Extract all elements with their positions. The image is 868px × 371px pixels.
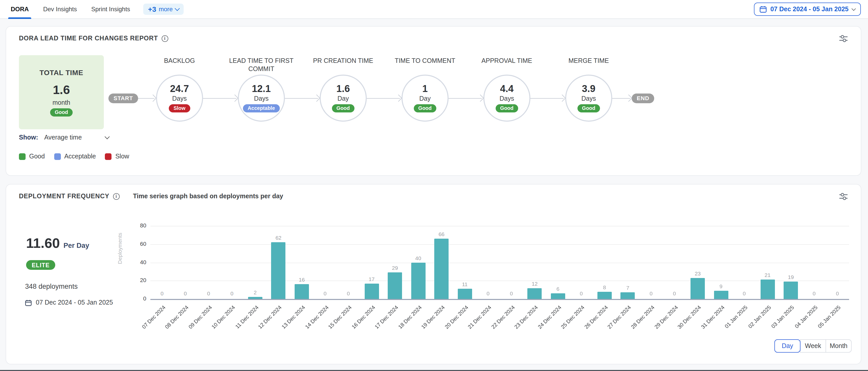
stage-circle: 4.4DaysGood <box>483 75 530 122</box>
deployment-bar <box>271 242 286 299</box>
stage-name: PR CREATION TIME <box>300 57 387 65</box>
deployment-bar <box>597 292 612 299</box>
bar-value-label: 8 <box>593 284 616 290</box>
stage-circle: 3.9DaysGood <box>565 75 612 122</box>
stage-name: MERGE TIME <box>545 57 632 65</box>
deployments-bar-chart: 020406080Deployments007 Dec 2024008 Dec … <box>6 184 861 364</box>
granularity-day-button[interactable]: Day <box>774 339 801 352</box>
bar-value-label: 0 <box>314 290 336 296</box>
bar-value-label: 21 <box>756 272 779 278</box>
granularity-month-button[interactable]: Month <box>826 339 851 352</box>
deployment-bar <box>294 284 309 299</box>
flow-arrow-icon <box>530 95 565 101</box>
total-time-rating-badge: Good <box>50 108 73 116</box>
gridline <box>150 244 849 245</box>
stage-circle: 1DayGood <box>402 75 448 122</box>
y-axis-tick: 40 <box>124 259 146 265</box>
bar-value-label: 2 <box>244 290 267 296</box>
deployment-bar <box>248 297 262 299</box>
stage-value: 3.9 <box>582 84 595 95</box>
tab-sprint-insights[interactable]: Sprint Insights <box>90 0 131 19</box>
tab-dora[interactable]: DORA <box>10 0 30 19</box>
legend-label: Slow <box>115 153 129 160</box>
date-range-value: 07 Dec 2024 - 05 Jan 2025 <box>770 6 848 13</box>
bar-value-label: 0 <box>174 290 197 296</box>
bar-value-label: 7 <box>617 285 639 291</box>
bar-value-label: 0 <box>663 290 686 296</box>
stage-rating-badge: Good <box>332 104 354 112</box>
stage-unit: Day <box>419 95 430 102</box>
granularity-toggle: DayWeekMonth <box>774 339 851 352</box>
gridline <box>150 281 849 281</box>
stage-value: 1 <box>422 84 428 95</box>
stage-circle: 24.7DaysSlow <box>156 75 203 122</box>
stage-name: TIME TO COMMENT <box>381 57 468 65</box>
gridline <box>150 226 849 226</box>
chevron-down-icon <box>851 6 856 11</box>
deployment-bar <box>458 289 472 299</box>
bar-value-label: 0 <box>570 290 593 296</box>
more-count: +3 <box>148 7 156 12</box>
gridline <box>150 262 849 263</box>
lead-time-pipeline: STARTBACKLOG24.7DaysSlowLEAD TIME TO FIR… <box>108 75 654 122</box>
flow-arrow-icon <box>138 95 156 101</box>
y-axis-tick: 0 <box>124 295 146 302</box>
bar-value-label: 17 <box>360 276 383 282</box>
deployment-bar <box>365 283 379 299</box>
calendar-icon <box>760 6 767 13</box>
stage-circle: 12.1DaysAcceptable <box>238 75 285 122</box>
show-label: Show: <box>19 134 38 141</box>
deployment-bar <box>388 272 402 299</box>
bar-value-label: 23 <box>686 270 709 276</box>
lead-time-title-text: DORA LEAD TIME FOR CHANGES REPORT <box>19 35 158 42</box>
bar-value-label: 12 <box>524 280 546 286</box>
stage-rating-badge: Good <box>578 104 600 112</box>
bar-value-label: 0 <box>640 290 662 296</box>
flow-arrow-icon <box>448 95 483 101</box>
bar-value-label: 0 <box>197 290 220 296</box>
stage-value: 24.7 <box>170 84 189 95</box>
stage-rating-badge: Slow <box>169 104 190 112</box>
bar-value-label: 9 <box>710 283 732 289</box>
window-bottom-edge <box>0 370 868 371</box>
pipeline-start-node: START <box>108 93 138 103</box>
stage-circle: 1.6DayGood <box>320 75 367 122</box>
rating-legend: GoodAcceptableSlow <box>19 153 129 160</box>
more-tabs-dropdown[interactable]: +3 more <box>144 4 184 15</box>
granularity-week-button[interactable]: Week <box>800 339 826 352</box>
stage-name: LEAD TIME TO FIRST COMMIT <box>218 57 305 73</box>
bar-value-label: 0 <box>221 290 243 296</box>
deployment-bar <box>411 262 425 299</box>
show-metric-dropdown[interactable]: Show: Average time <box>19 134 109 141</box>
deployment-bar <box>784 281 798 299</box>
chevron-down-icon <box>104 134 110 139</box>
legend-label: Good <box>29 153 45 160</box>
pipeline-stage: MERGE TIME3.9DaysGood <box>565 75 612 122</box>
date-range-picker[interactable]: 07 Dec 2024 - 05 Jan 2025 <box>754 3 861 16</box>
total-time-label: TOTAL TIME <box>40 68 83 76</box>
stage-name: BACKLOG <box>136 57 223 65</box>
legend-item: Slow <box>105 153 129 160</box>
chart-settings-icon[interactable] <box>839 35 848 42</box>
bar-value-label: 0 <box>337 290 360 296</box>
deployment-bar <box>434 239 448 299</box>
deployment-bar <box>551 294 565 299</box>
pipeline-end-node: END <box>632 93 654 103</box>
deployment-frequency-card: DEPLOYMENT FREQUENCY i Time series graph… <box>6 184 861 364</box>
bar-value-label: 0 <box>826 290 848 296</box>
legend-label: Acceptable <box>64 153 96 160</box>
stage-name: APPROVAL TIME <box>463 57 550 65</box>
legend-swatch <box>19 153 26 160</box>
bar-value-label: 16 <box>290 277 313 283</box>
y-axis-tick: 20 <box>124 277 146 283</box>
deployment-bar <box>760 280 775 299</box>
deployment-bar <box>621 293 635 299</box>
pipeline-stage: PR CREATION TIME1.6DayGood <box>320 75 367 122</box>
deployment-bar <box>528 288 542 299</box>
more-label: more <box>159 6 173 13</box>
deployment-bar <box>690 278 705 299</box>
stage-unit: Days <box>172 95 187 102</box>
stage-unit: Days <box>254 95 269 102</box>
info-icon[interactable]: i <box>162 35 168 42</box>
tab-dev-insights[interactable]: Dev Insights <box>42 0 78 19</box>
